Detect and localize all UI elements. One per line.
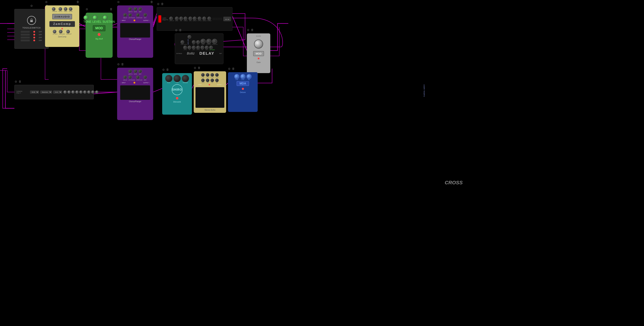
noise-knob[interactable] xyxy=(79,90,82,94)
gain-knob-amp[interactable] xyxy=(188,17,192,20)
user-tempo-knob[interactable] xyxy=(188,35,191,39)
hcf-on-knob[interactable] xyxy=(196,46,200,49)
dry-knob-bot[interactable] xyxy=(144,75,147,79)
gear-icon-stereoecho[interactable]: ⚙ xyxy=(194,66,196,70)
guitarampx-model1-select[interactable]: 6DJ8 xyxy=(30,91,39,93)
sw2-knob[interactable] xyxy=(196,40,200,44)
rate-knob-bot[interactable] xyxy=(134,70,137,73)
depth-knob-bot[interactable] xyxy=(128,70,132,73)
dry-knob-top[interactable] xyxy=(144,13,147,17)
dry-knob-se[interactable] xyxy=(215,79,219,82)
gear-icon-gain[interactable]: ⚙ xyxy=(247,28,250,32)
stime-knob[interactable] xyxy=(201,73,205,77)
delay-knob-top[interactable] xyxy=(123,13,127,17)
toggle-bar-3[interactable] xyxy=(21,37,30,39)
gear-icon-zamcomp[interactable]: ⚙ xyxy=(45,0,48,4)
mastergain-knob[interactable] xyxy=(75,90,78,94)
rtime-knob[interactable] xyxy=(215,73,219,77)
thresh-knob[interactable] xyxy=(52,7,56,11)
trash-icon-guitarampx[interactable]: 🗑 xyxy=(18,80,22,83)
mid-knob[interactable] xyxy=(179,17,183,20)
power-knob[interactable] xyxy=(208,17,211,20)
squish-knob[interactable] xyxy=(202,17,206,20)
rlevel-knob[interactable] xyxy=(210,73,214,77)
lcf-on-knob[interactable] xyxy=(183,46,187,49)
crossfeed-knob[interactable] xyxy=(212,39,217,44)
cross-knob[interactable] xyxy=(201,79,205,82)
feedback-knob[interactable] xyxy=(206,39,211,44)
lowcut-knob[interactable] xyxy=(169,17,173,20)
bright-knob[interactable] xyxy=(193,17,196,20)
contour-knob-top[interactable] xyxy=(136,13,140,17)
mix-knob[interactable] xyxy=(246,74,252,79)
presence-knob[interactable] xyxy=(91,90,94,94)
gear-icon-shiroverb[interactable]: ⚙ xyxy=(162,68,165,71)
rfr-knob[interactable] xyxy=(210,79,214,82)
guitarampx-model2-select[interactable]: Bassman xyxy=(40,91,52,93)
sustain-knob[interactable] xyxy=(102,15,108,20)
tone-knob[interactable] xyxy=(84,15,88,20)
middle-knob[interactable] xyxy=(83,90,86,94)
contour-knob-bot[interactable] xyxy=(136,75,140,79)
wet-knob-bot[interactable] xyxy=(138,70,142,73)
trash-icon-delay[interactable]: 🗑 xyxy=(179,29,182,32)
hcf-knob[interactable] xyxy=(200,46,204,49)
lfr-knob[interactable] xyxy=(206,79,210,82)
tempo-mode-knob[interactable] xyxy=(180,40,184,44)
high2-knob[interactable] xyxy=(205,46,208,49)
rate-knob-top[interactable] xyxy=(134,7,137,11)
tune-knob[interactable] xyxy=(234,74,239,79)
knee-knob[interactable] xyxy=(64,7,68,11)
tone-knob-sh[interactable] xyxy=(174,75,181,82)
bass-knob[interactable] xyxy=(175,17,178,20)
trash-icon-chorus-bottom[interactable]: 🗑 xyxy=(121,63,124,66)
trash-icon-bigmuff[interactable]: 🗑 xyxy=(110,8,112,11)
shimmer-knob[interactable] xyxy=(182,75,189,82)
trash-icon-shiroverb[interactable]: 🗑 xyxy=(166,68,169,71)
level-knob-dt[interactable] xyxy=(240,74,246,79)
trash-icon-ampvts[interactable]: 🗑 xyxy=(161,2,164,6)
gear-icon-chorus-top[interactable]: ⚙ xyxy=(117,0,120,4)
makeup-knob[interactable] xyxy=(66,30,70,33)
gain-main-knob[interactable] xyxy=(254,40,263,49)
trash-icon-gain[interactable]: 🗑 xyxy=(251,28,254,32)
trash-icon-chorus-top[interactable]: 🗑 xyxy=(150,0,153,4)
drive-knob[interactable] xyxy=(68,90,71,94)
lrphase-knob-top[interactable] xyxy=(128,13,132,17)
toggle-bar-2[interactable] xyxy=(21,34,30,36)
preq-knob[interactable] xyxy=(64,90,67,94)
trash-icon-zamcomp[interactable]: 🗑 xyxy=(76,0,79,4)
release-knob[interactable] xyxy=(59,30,62,33)
treble-knob[interactable] xyxy=(184,17,187,20)
slew-knob[interactable] xyxy=(69,7,72,11)
distortion-knob[interactable] xyxy=(71,90,74,94)
guitarampx-model3-select[interactable]: 2x12 xyxy=(53,91,62,93)
band-knob[interactable] xyxy=(165,75,172,82)
blend-knob[interactable] xyxy=(200,39,206,44)
lcf-knob[interactable] xyxy=(188,46,191,49)
toggle-bar-1[interactable] xyxy=(21,31,30,33)
ratio-knob[interactable] xyxy=(58,7,62,11)
sw1-knob[interactable] xyxy=(192,40,196,44)
amp-power-button[interactable] xyxy=(158,15,161,23)
gear-icon-ampvts[interactable]: ⚙ xyxy=(157,2,160,6)
depth-knob-top[interactable] xyxy=(128,7,132,11)
output-knob[interactable] xyxy=(95,90,98,94)
toggle-bar-4[interactable] xyxy=(21,40,30,41)
gear-icon-bigmuff[interactable]: ⚙ xyxy=(86,8,88,11)
long2-knob[interactable] xyxy=(192,46,196,49)
trash-icon-stereoecho[interactable]: 🗑 xyxy=(198,66,200,70)
trash-icon-detune[interactable]: 🗑 xyxy=(232,67,235,71)
attack-knob[interactable] xyxy=(53,30,56,33)
gear-icon-delay[interactable]: ⚙ xyxy=(175,29,178,32)
gear-icon-chorus-bottom[interactable]: ⚙ xyxy=(117,63,120,66)
gear-icon-guitarampx[interactable]: ⚙ xyxy=(14,80,17,83)
treble-knob-amp[interactable] xyxy=(87,90,90,94)
llevel-knob[interactable] xyxy=(206,73,210,77)
level-knob[interactable] xyxy=(92,15,98,20)
gear-icon-detune[interactable]: ⚙ xyxy=(228,67,230,71)
wet-knob-top[interactable] xyxy=(138,7,142,11)
cur-tempo-knob[interactable] xyxy=(209,46,213,49)
lrphase-knob-bot[interactable] xyxy=(128,75,132,79)
delay-knob-bot[interactable] xyxy=(123,75,127,79)
